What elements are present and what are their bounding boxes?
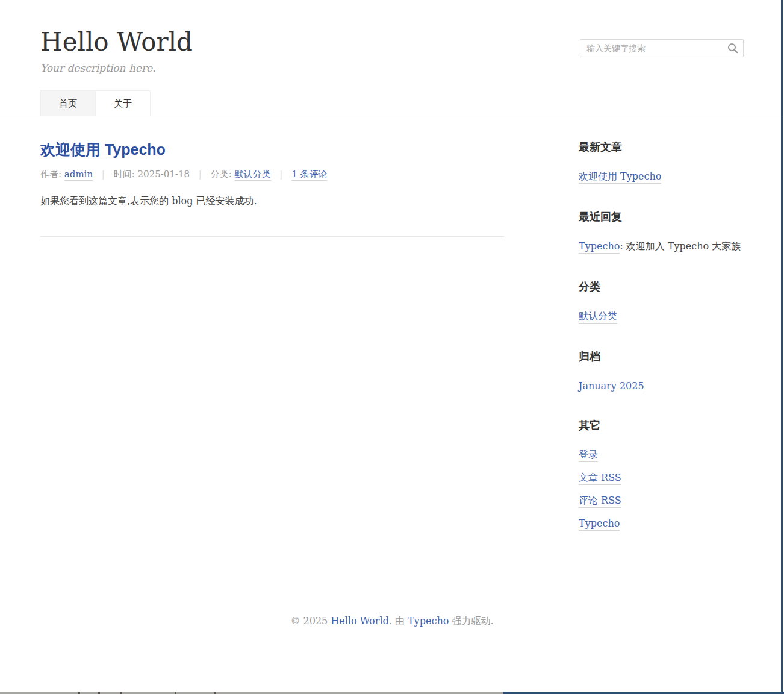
footer-by-text: 由: [395, 615, 405, 627]
sidebar: 最新文章 欢迎使用 Typecho 最近回复 Typecho: 欢迎加入 Typ…: [579, 140, 744, 555]
window-right-border: [781, 0, 783, 694]
site-title-link[interactable]: Hello World: [40, 28, 193, 57]
sidebar-section-misc: 其它 登录 文章 RSS 评论 RSS Typecho: [579, 418, 744, 529]
meta-separator: |: [279, 169, 282, 180]
list-item: Typecho: [579, 517, 744, 529]
recent-comment-text: : 欢迎加入 Typecho 大家族: [620, 240, 741, 252]
sidebar-heading-recent-comments: 最近回复: [579, 210, 744, 224]
footer-powered-text: 强力驱动.: [452, 615, 493, 627]
author-label: 作者:: [40, 169, 61, 180]
site-description: Your description here.: [40, 62, 744, 74]
author-link[interactable]: admin: [64, 169, 93, 181]
list-item: 文章 RSS: [579, 472, 744, 484]
footer-site-link[interactable]: Hello World: [331, 615, 388, 627]
sidebar-heading-recent-posts: 最新文章: [579, 140, 744, 154]
post-divider: [40, 236, 504, 237]
nav-item-about[interactable]: 关于: [96, 90, 151, 116]
copyright-text: © 2025: [290, 615, 328, 627]
typecho-link[interactable]: Typecho: [579, 517, 620, 531]
blog-page: Hello World Your description here. 首页 关于: [0, 0, 784, 694]
archive-january-2025-link[interactable]: January 2025: [579, 380, 644, 393]
sidebar-section-archives: 归档 January 2025: [579, 349, 744, 392]
sidebar-section-recent-posts: 最新文章 欢迎使用 Typecho: [579, 140, 744, 183]
list-item: 登录: [579, 449, 744, 461]
category-label: 分类:: [211, 169, 232, 180]
search-icon[interactable]: [727, 42, 739, 54]
sidebar-section-recent-comments: 最近回复 Typecho: 欢迎加入 Typecho 大家族: [579, 210, 744, 253]
list-item: 默认分类: [579, 310, 744, 323]
category-link[interactable]: 默认分类: [235, 169, 271, 181]
main-nav: 首页 关于: [40, 90, 744, 116]
window-bottom-border: [503, 692, 784, 694]
post-meta: 作者: admin | 时间: 2025-01-18 | 分类: 默认分类 | …: [40, 169, 504, 180]
list-item: 欢迎使用 Typecho: [579, 170, 744, 183]
posts-rss-link[interactable]: 文章 RSS: [579, 472, 621, 485]
meta-separator: |: [199, 169, 202, 180]
post-title-link[interactable]: 欢迎使用 Typecho: [40, 140, 166, 160]
list-item: Typecho: 欢迎加入 Typecho 大家族: [579, 240, 744, 253]
sidebar-heading-misc: 其它: [579, 418, 744, 433]
category-default-link[interactable]: 默认分类: [579, 310, 617, 324]
sidebar-heading-categories: 分类: [579, 280, 744, 294]
post-date: 2025-01-18: [138, 169, 190, 180]
login-link[interactable]: 登录: [579, 449, 598, 462]
search-input[interactable]: [580, 39, 744, 57]
post-body: 如果您看到这篇文章,表示您的 blog 已经安装成功.: [40, 195, 504, 208]
comments-rss-link[interactable]: 评论 RSS: [579, 495, 621, 508]
comments-link[interactable]: 1 条评论: [291, 169, 327, 181]
main-column: 欢迎使用 Typecho 作者: admin | 时间: 2025-01-18 …: [40, 140, 504, 555]
footer-dot: .: [389, 615, 392, 627]
taskbar-edge: [0, 692, 784, 694]
list-item: 评论 RSS: [579, 495, 744, 507]
content-area: 欢迎使用 Typecho 作者: admin | 时间: 2025-01-18 …: [40, 116, 744, 555]
recent-post-link[interactable]: 欢迎使用 Typecho: [579, 170, 661, 184]
time-label: 时间:: [114, 169, 135, 180]
list-item: January 2025: [579, 380, 744, 392]
recent-comment-author-link[interactable]: Typecho: [579, 240, 620, 254]
footer: © 2025 Hello World. 由 Typecho 强力驱动.: [0, 555, 784, 628]
footer-typecho-link[interactable]: Typecho: [408, 615, 449, 627]
header: Hello World Your description here. 首页 关于: [0, 0, 784, 116]
search-box: [580, 39, 744, 57]
nav-item-home[interactable]: 首页: [40, 90, 96, 116]
sidebar-section-categories: 分类 默认分类: [579, 280, 744, 323]
taskbar-gray-sliver: [0, 692, 503, 694]
post: 欢迎使用 Typecho 作者: admin | 时间: 2025-01-18 …: [40, 140, 504, 236]
meta-separator: |: [102, 169, 105, 180]
sidebar-heading-archives: 归档: [579, 349, 744, 364]
